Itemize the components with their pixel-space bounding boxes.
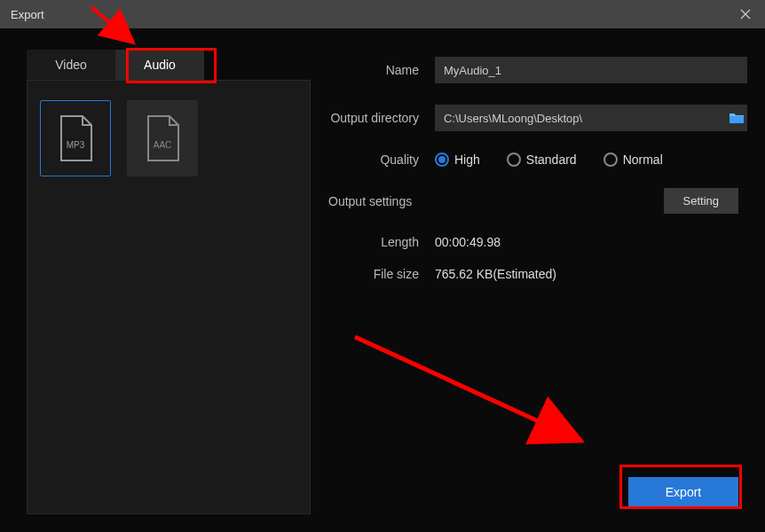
filesize-value: 765.62 KB(Estimated) (435, 267, 556, 281)
close-icon (740, 9, 751, 20)
name-label: Name (319, 63, 435, 77)
name-input[interactable] (435, 57, 747, 83)
length-row: Length 00:00:49.98 (319, 235, 747, 249)
format-aac[interactable]: AAC (127, 100, 198, 176)
export-button-container: Export (319, 477, 747, 514)
quality-row: Quality High Standard Normal (319, 153, 747, 167)
tab-video[interactable]: Video (27, 50, 115, 80)
aac-file-icon: AAC (143, 114, 182, 162)
titlebar: Export (0, 0, 765, 28)
radio-icon (603, 153, 618, 167)
filesize-label: File size (319, 267, 435, 281)
browse-button[interactable] (724, 105, 747, 131)
output-settings-row: Output settings Setting (319, 188, 747, 214)
svg-text:MP3: MP3 (67, 140, 85, 150)
quality-high[interactable]: High (435, 153, 480, 167)
length-value: 00:00:49.98 (435, 235, 501, 249)
export-button[interactable]: Export (628, 477, 738, 507)
setting-button[interactable]: Setting (664, 188, 738, 214)
name-row: Name (319, 57, 747, 83)
radio-icon (435, 153, 449, 167)
left-panel: Video Audio MP3 AAC (27, 50, 311, 514)
folder-icon (729, 112, 745, 124)
output-dir-label: Output directory (319, 111, 435, 125)
quality-standard-label: Standard (526, 153, 577, 167)
tab-audio[interactable]: Audio (115, 50, 204, 80)
output-dir-row: Output directory (319, 105, 747, 131)
format-list: MP3 AAC (27, 80, 311, 514)
length-label: Length (319, 235, 435, 249)
radio-icon (507, 153, 521, 167)
window-title: Export (11, 8, 44, 21)
quality-high-label: High (454, 153, 480, 167)
mp3-file-icon: MP3 (56, 114, 95, 162)
svg-text:AAC: AAC (154, 140, 172, 150)
quality-radio-group: High Standard Normal (435, 153, 663, 167)
quality-normal[interactable]: Normal (603, 153, 663, 167)
close-button[interactable] (737, 5, 754, 23)
output-dir-input[interactable] (435, 105, 724, 131)
format-mp3[interactable]: MP3 (40, 100, 111, 176)
filesize-row: File size 765.62 KB(Estimated) (319, 267, 747, 281)
output-settings-label: Output settings (319, 194, 412, 208)
quality-standard[interactable]: Standard (507, 153, 577, 167)
quality-label: Quality (319, 153, 435, 167)
tabs: Video Audio (27, 50, 311, 80)
quality-normal-label: Normal (623, 153, 663, 167)
right-panel: Name Output directory Quality High (311, 50, 747, 514)
